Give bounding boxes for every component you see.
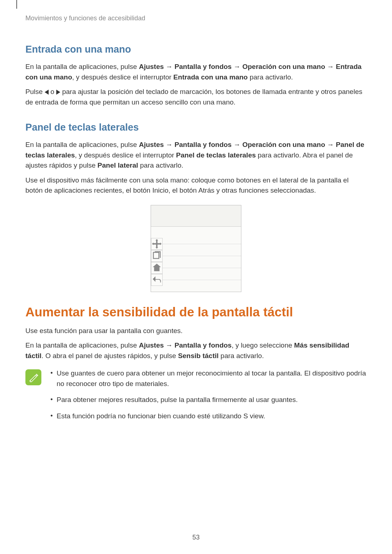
page-number: 53	[0, 534, 392, 541]
arrow-right-icon	[56, 90, 60, 95]
text: →	[232, 141, 242, 148]
note-icon	[25, 369, 41, 385]
text: En la pantalla de aplicaciones, pulse	[25, 63, 139, 70]
text-bold: Panel de teclas laterales	[176, 151, 256, 159]
list-item: Para obtener mejores resultados, pulse l…	[49, 395, 367, 405]
paragraph: Use el dispositivo más fácilmente con un…	[25, 175, 367, 196]
text-bold: Ajustes	[139, 141, 164, 148]
section-heading-panel: Panel de teclas laterales	[25, 122, 367, 133]
home-button-icon	[151, 262, 162, 273]
text: para ajustar la posición del teclado de …	[25, 88, 362, 106]
page-crop-mark	[16, 0, 17, 9]
text: , y después deslice el interruptor	[72, 73, 173, 81]
text: En la pantalla de aplicaciones, pulse	[25, 141, 139, 148]
home-icon	[151, 262, 163, 274]
divider	[163, 268, 241, 268]
text-bold: Operación con una mano	[242, 141, 325, 148]
side-key-panel	[151, 238, 163, 286]
text: →	[325, 141, 336, 148]
text: , y después deslice el interruptor	[75, 151, 176, 159]
recents-icon	[151, 250, 163, 262]
list-item: Esta función podría no funcionar bien cu…	[49, 411, 367, 422]
text-bold: Sensib táctil	[178, 352, 219, 360]
note-block: Use guantes de cuero para obtener un mej…	[25, 368, 367, 427]
note-list: Use guantes de cuero para obtener un mej…	[49, 368, 367, 427]
text: para activarlo.	[248, 73, 293, 81]
text-bold: Ajustes	[139, 341, 164, 349]
recent-apps-icon	[151, 250, 162, 261]
text-bold: Entrada con una mano	[173, 73, 248, 81]
divider	[163, 244, 241, 244]
paragraph: Use esta función para usar la pantalla c…	[25, 326, 367, 336]
text: →	[164, 63, 175, 70]
svg-rect-0	[154, 253, 159, 259]
move-icon	[151, 238, 163, 250]
text-bold: Panel lateral	[98, 161, 138, 169]
text: →	[164, 341, 175, 349]
text: . O abra el panel de ajustes rápidos, y …	[41, 352, 178, 360]
move-panel-icon	[151, 238, 162, 249]
text: o	[49, 88, 56, 95]
text: , y luego seleccione	[232, 341, 294, 349]
text: Pulse	[25, 88, 45, 95]
text-bold: Operación con una mano	[242, 63, 325, 70]
arrow-left-icon	[45, 90, 49, 95]
paragraph: En la pantalla de aplicaciones, pulse Aj…	[25, 140, 367, 171]
text: →	[232, 63, 242, 70]
text: →	[164, 141, 175, 148]
main-heading-sensibilidad: Aumentar la sensibilidad de la pantalla …	[25, 305, 367, 319]
device-illustration	[151, 205, 241, 292]
paragraph: Pulse o para ajustar la posición del tec…	[25, 87, 367, 107]
text: En la pantalla de aplicaciones, pulse	[25, 341, 139, 349]
section-heading-entrada: Entrada con una mano	[25, 44, 367, 55]
page-content: Movimientos y funciones de accesibilidad…	[0, 0, 392, 427]
back-button-icon	[151, 274, 162, 285]
pen-note-icon	[28, 372, 38, 382]
text-bold: Pantalla y fondos	[175, 341, 232, 349]
back-icon	[151, 274, 163, 286]
list-item: Use guantes de cuero para obtener un mej…	[49, 368, 367, 389]
text-bold: Pantalla y fondos	[175, 141, 232, 148]
text-bold: Ajustes	[139, 63, 164, 70]
paragraph: En la pantalla de aplicaciones, pulse Aj…	[25, 340, 367, 361]
divider	[163, 256, 241, 256]
paragraph: En la pantalla de aplicaciones, pulse Aj…	[25, 62, 367, 82]
breadcrumb: Movimientos y funciones de accesibilidad	[25, 15, 367, 22]
divider	[163, 280, 241, 280]
text: para activarlo.	[138, 161, 184, 169]
text-bold: Pantalla y fondos	[175, 63, 232, 70]
text: para activarlo.	[219, 352, 264, 360]
text: →	[325, 63, 336, 70]
